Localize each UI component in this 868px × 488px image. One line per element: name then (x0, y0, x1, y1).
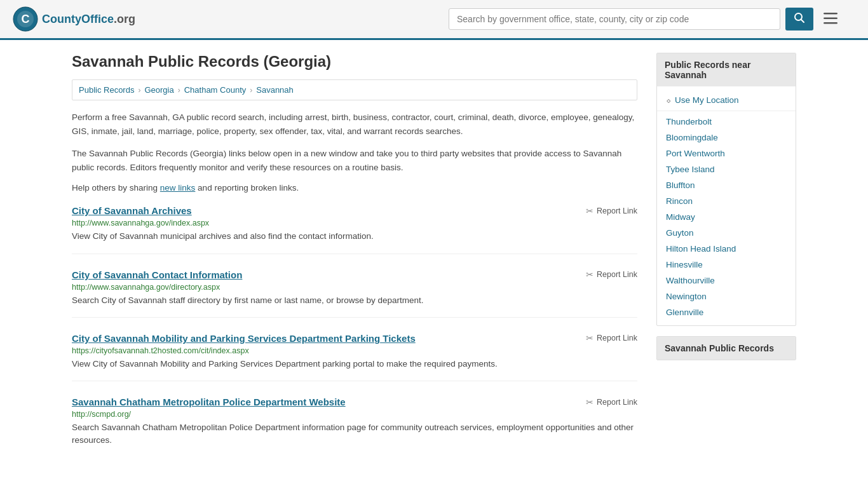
report-icon-0: ✂ (586, 206, 593, 216)
use-location[interactable]: ⬦ Use My Location (657, 92, 796, 108)
menu-button[interactable] (818, 8, 843, 30)
nearby-title: Public Records near Savannah (657, 53, 796, 86)
search-button[interactable] (785, 8, 813, 30)
record-url-2[interactable]: https://cityofsavannah.t2hosted.com/cit/… (72, 346, 637, 355)
header: C CountyOffice.org (0, 0, 868, 40)
breadcrumb-public-records[interactable]: Public Records (79, 85, 134, 95)
report-label-2: Report Link (597, 334, 637, 342)
record-header: Savannah Chatham Metropolitan Police Dep… (72, 396, 637, 407)
report-label-0: Report Link (597, 207, 637, 215)
record-title-1[interactable]: City of Savannah Contact Information (72, 269, 242, 280)
record-desc-0: View City of Savannah municipal archives… (72, 230, 637, 243)
record-item: Savannah Chatham Metropolitan Police Dep… (72, 396, 637, 458)
report-link-1[interactable]: ✂ Report Link (586, 269, 637, 280)
svg-rect-5 (824, 13, 837, 15)
record-item: City of Savannah Archives ✂ Report Link … (72, 205, 637, 254)
breadcrumb-sep-3: › (250, 86, 252, 95)
nearby-content: ⬦ Use My Location ThunderboltBloomingdal… (657, 86, 796, 325)
record-desc-1: Search City of Savannah staff directory … (72, 294, 637, 307)
location-pin-icon: ⬦ (666, 95, 671, 105)
new-links-suffix: and reporting broken links. (195, 183, 299, 193)
logo-icon: C (13, 6, 38, 32)
record-title-3[interactable]: Savannah Chatham Metropolitan Police Dep… (72, 396, 346, 407)
nearby-link-bluffton[interactable]: Bluffton (657, 177, 796, 193)
main-container: Savannah Public Records (Georgia) Public… (59, 40, 809, 485)
search-input[interactable] (449, 8, 780, 30)
logo-text: CountyOffice.org (42, 13, 135, 26)
report-icon-2: ✂ (586, 333, 593, 343)
record-url-0[interactable]: http://www.savannahga.gov/index.aspx (72, 219, 637, 227)
record-title-2[interactable]: City of Savannah Mobility and Parking Se… (72, 333, 416, 344)
sidebar: Public Records near Savannah ⬦ Use My Lo… (656, 53, 796, 473)
record-header: City of Savannah Contact Information ✂ R… (72, 269, 637, 280)
record-header: City of Savannah Mobility and Parking Se… (72, 333, 637, 344)
sidebar-divider (657, 111, 796, 111)
record-url-1[interactable]: http://www.savannahga.gov/directory.aspx (72, 283, 637, 292)
svg-line-4 (801, 20, 804, 23)
nearby-link-tybee-island[interactable]: Tybee Island (657, 161, 796, 177)
breadcrumb-sep-2: › (178, 86, 180, 95)
nearby-link-hilton-head-island[interactable]: Hilton Head Island (657, 241, 796, 257)
logo-brand: CountyOffice (42, 13, 114, 25)
nearby-link-rincon[interactable]: Rincon (657, 193, 796, 209)
nearby-link-thunderbolt[interactable]: Thunderbolt (657, 114, 796, 130)
report-label-3: Report Link (597, 398, 637, 407)
breadcrumb-sep-1: › (138, 86, 140, 95)
search-area (449, 8, 843, 30)
nearby-link-walthourville[interactable]: Walthourville (657, 273, 796, 288)
record-header: City of Savannah Archives ✂ Report Link (72, 205, 637, 216)
new-links-prefix: Help others by sharing (72, 183, 160, 193)
nearby-link-bloomingdale[interactable]: Bloomingdale (657, 130, 796, 146)
page-title: Savannah Public Records (Georgia) (72, 53, 637, 71)
records-list: City of Savannah Archives ✂ Report Link … (72, 205, 637, 457)
breadcrumb-georgia[interactable]: Georgia (144, 85, 173, 95)
description-2: The Savannah Public Records (Georgia) li… (72, 147, 637, 174)
breadcrumb-chatham[interactable]: Chatham County (184, 85, 247, 95)
report-icon-1: ✂ (586, 269, 593, 280)
nearby-link-hinesville[interactable]: Hinesville (657, 257, 796, 273)
svg-rect-6 (824, 18, 837, 20)
record-url-3[interactable]: http://scmpd.org/ (72, 410, 637, 419)
new-links-line: Help others by sharing new links and rep… (72, 183, 637, 193)
nearby-box: Public Records near Savannah ⬦ Use My Lo… (656, 53, 796, 326)
record-desc-2: View City of Savannah Mobility and Parki… (72, 358, 637, 370)
report-link-2[interactable]: ✂ Report Link (586, 333, 637, 343)
logo-org: .org (114, 13, 135, 25)
logo-area: C CountyOffice.org (13, 6, 135, 32)
nearby-link-guyton[interactable]: Guyton (657, 225, 796, 241)
report-icon-3: ✂ (586, 397, 593, 407)
content-area: Savannah Public Records (Georgia) Public… (72, 53, 637, 473)
nearby-link-newington[interactable]: Newington (657, 288, 796, 304)
use-location-label: Use My Location (675, 95, 739, 105)
record-desc-3: Search Savannah Chatham Metropolitan Pol… (72, 421, 637, 447)
record-title-0[interactable]: City of Savannah Archives (72, 205, 192, 216)
description-1: Perform a free Savannah, GA public recor… (72, 111, 637, 138)
breadcrumb-savannah[interactable]: Savannah (256, 85, 294, 95)
search-icon (794, 13, 804, 23)
savannah-records-box: Savannah Public Records (656, 336, 796, 360)
record-item: City of Savannah Contact Information ✂ R… (72, 269, 637, 318)
nearby-link-port-wentworth[interactable]: Port Wentworth (657, 146, 796, 161)
savannah-records-title: Savannah Public Records (657, 337, 796, 360)
svg-text:C: C (22, 13, 30, 25)
nearby-link-glennville[interactable]: Glennville (657, 304, 796, 320)
breadcrumb: Public Records › Georgia › Chatham Count… (72, 79, 637, 100)
report-label-1: Report Link (597, 270, 637, 279)
record-item: City of Savannah Mobility and Parking Se… (72, 333, 637, 381)
new-links-link[interactable]: new links (160, 183, 196, 193)
hamburger-icon (824, 13, 837, 24)
svg-rect-7 (824, 22, 837, 24)
nearby-links-list: ThunderboltBloomingdalePort WentworthTyb… (657, 114, 796, 320)
report-link-3[interactable]: ✂ Report Link (586, 397, 637, 407)
nearby-link-midway[interactable]: Midway (657, 209, 796, 225)
report-link-0[interactable]: ✂ Report Link (586, 206, 637, 216)
